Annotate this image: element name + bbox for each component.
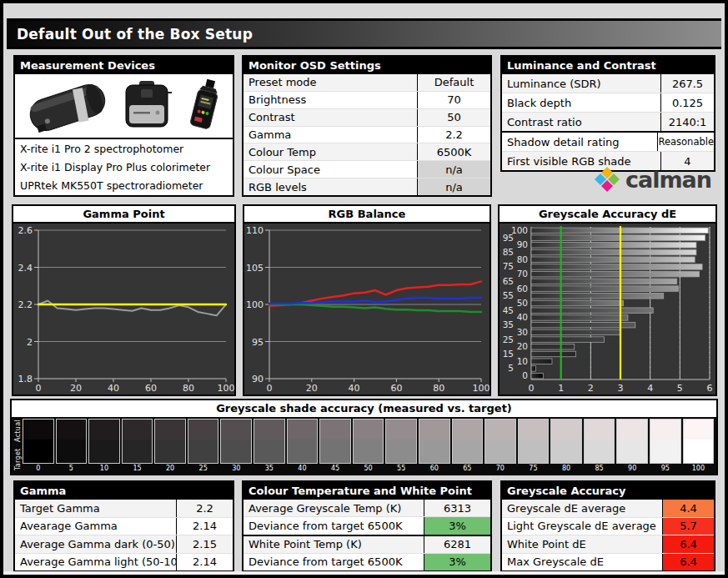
table-row: Avearage Gamma2.14 xyxy=(15,517,233,535)
svg-text:25: 25 xyxy=(503,334,514,344)
table-row: Black depth0.125 xyxy=(502,93,714,112)
row-label: Colour Temp xyxy=(244,143,417,160)
row-label: Deviance from target 6500K xyxy=(244,517,424,534)
svg-text:90: 90 xyxy=(517,239,528,249)
svg-text:100: 100 xyxy=(473,383,490,394)
calman-logo-text: calman xyxy=(625,167,711,193)
svg-text:75: 75 xyxy=(503,261,514,271)
swatch-target xyxy=(485,440,515,463)
swatch-actual xyxy=(155,420,185,440)
svg-text:60: 60 xyxy=(145,383,157,394)
svg-text:40: 40 xyxy=(108,383,119,394)
swatch-box xyxy=(353,419,384,464)
row-value: Reasonable xyxy=(657,133,714,151)
row-label: Max Greyscale dE xyxy=(502,554,662,571)
swatch-level-label: 70 xyxy=(484,464,516,474)
device-item: X-rite i1 Display Pro Plus colorimeter xyxy=(15,158,233,176)
row-value: 50 xyxy=(417,109,490,126)
gamma-point-canvas: 1.822.22.42.6020406080100 xyxy=(13,224,234,395)
table-row: Gamma2.2 xyxy=(244,126,490,143)
greyscale-swatch: 100 xyxy=(683,419,715,474)
row-label: Contrast ratio xyxy=(502,113,660,131)
swatch-target xyxy=(551,440,581,463)
swatch-box xyxy=(319,419,351,464)
swatch-level-label: 0 xyxy=(23,464,54,474)
swatch-box xyxy=(287,419,319,464)
swatch-level-label: 65 xyxy=(452,464,484,474)
swatch-target xyxy=(288,440,318,463)
row-value: 267.5 xyxy=(660,74,714,93)
svg-text:2.2: 2.2 xyxy=(18,299,33,310)
svg-text:4: 4 xyxy=(647,383,653,394)
svg-text:0: 0 xyxy=(522,370,528,380)
swatch-target xyxy=(123,440,153,463)
swatch-actual xyxy=(419,420,449,440)
greyscale-swatch: 95 xyxy=(650,419,681,474)
greyscale-de-canvas: 0123456051015202530354045505560657075808… xyxy=(500,224,715,395)
report-title-bar: Default Out of the Box Setup xyxy=(7,18,721,49)
swatch-target xyxy=(221,440,251,463)
i1-display-pro-device-image xyxy=(121,79,173,133)
calman-report-page: Default Out of the Box Setup Measurement… xyxy=(0,0,728,578)
row-label: Brightness xyxy=(244,92,417,108)
svg-text:1: 1 xyxy=(558,383,564,394)
greyscale-accuracy-de-chart-panel: Greyscale Accuracy dE 012345605101520253… xyxy=(498,204,717,396)
panel-header: Colour Temperature and White Point xyxy=(244,482,490,500)
svg-text:2: 2 xyxy=(588,383,594,394)
swatch-target xyxy=(519,440,549,463)
gamma-point-chart-panel: Gamma Point 1.822.22.42.6020406080100 xyxy=(12,204,236,396)
greyscale-accuracy-de-chart: 0123456051015202530354045505560657075808… xyxy=(500,224,715,395)
gamma-summary-table: Target Gamma2.2Avearage Gamma2.14Average… xyxy=(15,500,233,570)
luminance-table: Luminance (SDR)267.5Black depth0.125Cont… xyxy=(502,74,714,170)
svg-text:20: 20 xyxy=(70,383,82,394)
swatch-actual xyxy=(453,420,483,440)
svg-text:5: 5 xyxy=(677,383,683,394)
swatch-actual xyxy=(551,420,581,440)
row-value: 2140:1 xyxy=(660,113,714,131)
greyscale-swatch: 75 xyxy=(518,419,550,474)
row-label: Colour Space xyxy=(244,161,417,178)
row-label: RGB levels xyxy=(244,178,417,195)
row-value: 6500K xyxy=(417,143,490,160)
swatch-box xyxy=(122,419,153,464)
swatch-box xyxy=(23,419,54,464)
row-value: 70 xyxy=(417,92,490,108)
greyscale-swatch: 45 xyxy=(319,419,351,474)
swatch-level-label: 10 xyxy=(88,464,120,474)
target-row-label: Target xyxy=(14,448,22,470)
row-label: Average Gamma light (50-100) xyxy=(15,554,176,571)
greyscale-swatch: 60 xyxy=(419,419,450,474)
actual-row-label: Actual xyxy=(14,420,22,442)
svg-text:0: 0 xyxy=(36,383,42,394)
table-row: Light Greyscale dE average5.7 xyxy=(502,517,714,535)
row-label: Black depth xyxy=(502,93,660,112)
svg-text:15: 15 xyxy=(503,349,514,359)
measurement-devices-panel: Measurement Devices xyxy=(13,55,234,197)
swatch-target xyxy=(650,440,680,463)
swatch-target xyxy=(585,440,615,463)
swatch-level-label: 75 xyxy=(518,464,550,474)
table-row: Average Gamma dark (0-50)2.15 xyxy=(15,535,233,553)
greyscale-accuracy-table: Greyscale dE average4.4Light Greyscale d… xyxy=(502,500,714,570)
gamma-summary-panel: Gamma Target Gamma2.2Avearage Gamma2.14A… xyxy=(13,480,234,572)
row-value: 6313 xyxy=(424,500,490,516)
swatch-actual xyxy=(23,420,53,440)
swatch-level-label: 90 xyxy=(616,464,648,474)
row-label: White Point dE xyxy=(502,535,662,553)
svg-text:1.8: 1.8 xyxy=(18,374,33,384)
svg-text:80: 80 xyxy=(183,383,194,394)
greyscale-swatch: 5 xyxy=(56,419,88,474)
table-row: RGB levelsn/a xyxy=(244,178,490,195)
swatch-actual xyxy=(485,420,515,440)
greyscale-swatch: 15 xyxy=(122,419,153,474)
swatch-level-label: 45 xyxy=(319,464,351,474)
device-list: X-rite i1 Pro 2 spectrophotomer X-rite i… xyxy=(15,139,233,195)
greyscale-swatch: 80 xyxy=(550,419,582,474)
swatch-box xyxy=(220,419,252,464)
footer-strip xyxy=(3,571,725,575)
row-label: Deviance from target 6500K xyxy=(244,554,424,570)
swatch-actual xyxy=(288,420,318,440)
row-label: Luminance (SDR) xyxy=(502,74,660,93)
table-row: Contrast50 xyxy=(244,108,490,126)
greyscale-swatch: 85 xyxy=(584,419,615,474)
